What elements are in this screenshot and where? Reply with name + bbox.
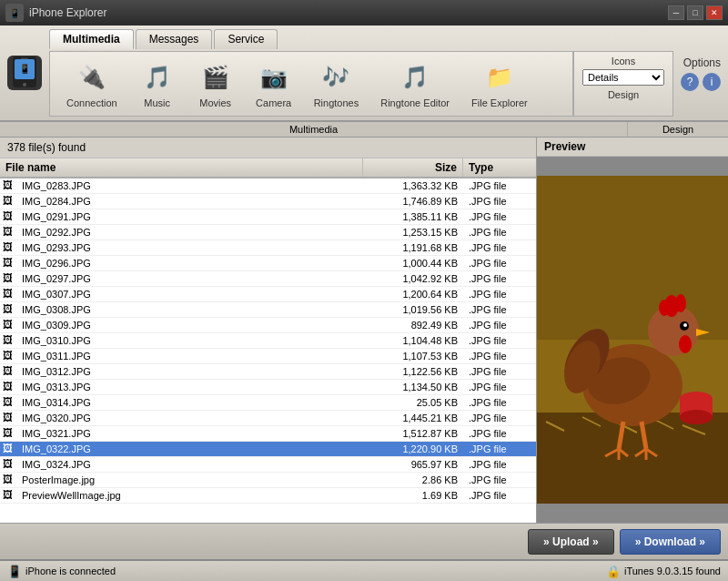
file-name: IMG_0296.JPG: [20, 256, 363, 270]
connection-label: Connection: [66, 97, 117, 108]
titlebar-left: 📱 iPhone Explorer: [5, 4, 106, 22]
table-row[interactable]: 🖼IMG_0284.JPG1,746.89 KB.JPG file: [0, 194, 536, 209]
file-list[interactable]: 🖼IMG_0283.JPG1,363.32 KB.JPG file🖼IMG_02…: [0, 178, 536, 521]
file-type: .JPG file: [463, 442, 536, 456]
movies-label: Movies: [199, 97, 231, 108]
status-bar: 📱 iPhone is connected 🔒 iTunes 9.0.3.15 …: [0, 559, 728, 581]
design-select[interactable]: DetailsIconsList: [582, 69, 664, 86]
file-size: 1,363.32 KB: [363, 178, 463, 193]
nav-item-ringtone_editor[interactable]: 🎵Ringtone Editor: [371, 56, 459, 112]
maximize-button[interactable]: □: [687, 5, 703, 20]
ringtones-icon: 🎶: [318, 59, 354, 96]
table-row[interactable]: 🖼IMG_0291.JPG1,385.11 KB.JPG file: [0, 209, 536, 225]
minimize-button[interactable]: ─: [668, 5, 684, 20]
table-row[interactable]: 🖼IMG_0293.JPG1,191.68 KB.JPG file: [0, 240, 536, 256]
tabs: MultimediaMessagesService: [49, 29, 673, 49]
tab-messages[interactable]: Messages: [136, 29, 213, 49]
table-row[interactable]: 🖼IMG_0283.JPG1,363.32 KB.JPG file: [0, 178, 536, 194]
file-size: 1,512.87 KB: [363, 426, 463, 441]
file-icon: 🖼: [3, 272, 17, 285]
table-row[interactable]: 🖼IMG_0310.JPG1,104.48 KB.JPG file: [0, 333, 536, 349]
preview-chicken-image: [537, 176, 728, 504]
file-icon: 🖼: [3, 179, 17, 192]
table-row[interactable]: 🖼IMG_0309.JPG892.49 KB.JPG file: [0, 318, 536, 333]
table-row[interactable]: 🖼IMG_0296.JPG1,000.44 KB.JPG file: [0, 256, 536, 271]
nav-item-ringtones[interactable]: 🎶Ringtones: [305, 56, 369, 112]
tab-bar: MultimediaMessagesService 🔌Connection🎵Mu…: [49, 29, 673, 117]
nav-item-file_explorer[interactable]: 📁File Explorer: [462, 56, 537, 112]
options-label[interactable]: Options: [683, 56, 721, 69]
file-type: .JPG file: [463, 333, 536, 348]
nav-item-camera[interactable]: 📷Camera: [247, 56, 301, 112]
section-bar: Multimedia Design: [0, 121, 728, 138]
svg-point-17: [683, 323, 687, 327]
file-type: .JPG file: [463, 349, 536, 363]
file-icon: 🖼: [3, 288, 17, 301]
preview-panel: Preview: [537, 138, 728, 523]
file-name: IMG_0314.JPG: [20, 395, 363, 410]
app-icon: 📱: [5, 4, 24, 22]
multimedia-section-label: Multimedia: [0, 122, 628, 137]
nav-item-music[interactable]: 🎵Music: [130, 56, 185, 112]
close-button[interactable]: ✕: [706, 5, 723, 20]
iphone-logo-icon: 📱: [11, 56, 38, 89]
svg-point-20: [659, 300, 670, 316]
status-left: 📱 iPhone is connected: [7, 565, 116, 578]
download-button[interactable]: » Download »: [620, 529, 721, 555]
table-row[interactable]: 🖼IMG_0313.JPG1,134.50 KB.JPG file: [0, 380, 536, 395]
table-row[interactable]: 🖼IMG_0312.JPG1,122.56 KB.JPG file: [0, 364, 536, 380]
file-type: .JPG file: [463, 256, 536, 270]
table-row[interactable]: 🖼IMG_0311.JPG1,107.53 KB.JPG file: [0, 349, 536, 364]
tab-multimedia[interactable]: Multimedia: [49, 29, 134, 49]
file-type: .JPG file: [463, 302, 536, 317]
toolbar: 📱 MultimediaMessagesService 🔌Connection🎵…: [0, 25, 728, 121]
file-size: 1,107.53 KB: [363, 349, 463, 363]
file-icon: 🖼: [3, 257, 17, 270]
preview-header: Preview: [537, 138, 728, 157]
file-table: File name Size Type 🖼IMG_0283.JPG1,363.3…: [0, 158, 536, 523]
info-button[interactable]: i: [703, 73, 721, 91]
nav-item-movies[interactable]: 🎬Movies: [188, 56, 243, 112]
file-name: IMG_0320.JPG: [20, 411, 363, 425]
ringtone_editor-icon: 🎵: [397, 59, 433, 96]
table-row[interactable]: 🖼IMG_0308.JPG1,019.56 KB.JPG file: [0, 302, 536, 318]
table-row[interactable]: 🖼PosterImage.jpg2.86 KB.JPG file: [0, 473, 536, 488]
file-icon: 🖼: [3, 303, 17, 316]
titlebar: 📱 iPhone Explorer ─ □ ✕: [0, 0, 728, 25]
file-name: IMG_0312.JPG: [20, 364, 363, 379]
file-icon: 🖼: [3, 210, 17, 223]
header-type: Type: [463, 158, 536, 177]
file-size: 1,000.44 KB: [363, 256, 463, 270]
ringtone_editor-label: Ringtone Editor: [380, 97, 450, 108]
file-type: .JPG file: [463, 411, 536, 425]
file-icon: 🖼: [3, 458, 17, 471]
file-type: .JPG file: [463, 364, 536, 379]
file-type: .JPG file: [463, 271, 536, 286]
file-icon: 🖼: [3, 319, 17, 331]
table-row[interactable]: 🖼IMG_0320.JPG1,445.21 KB.JPG file: [0, 411, 536, 426]
file-icon: 🖼: [3, 226, 17, 239]
table-row[interactable]: 🖼IMG_0307.JPG1,200.64 KB.JPG file: [0, 287, 536, 302]
nav-item-connection[interactable]: 🔌Connection: [57, 56, 126, 112]
file-size: 1,220.90 KB: [363, 442, 463, 456]
table-row[interactable]: 🖼IMG_0321.JPG1,512.87 KB.JPG file: [0, 426, 536, 442]
table-row[interactable]: 🖼PreviewWellImage.jpg1.69 KB.JPG file: [0, 488, 536, 504]
design-label: Icons: [612, 56, 635, 66]
table-row[interactable]: 🖼IMG_0322.JPG1,220.90 KB.JPG file: [0, 442, 536, 457]
file-type: .JPG file: [463, 225, 536, 240]
tab-service[interactable]: Service: [214, 29, 278, 49]
file-type: .JPG file: [463, 426, 536, 441]
file-icon: 🖼: [3, 365, 17, 378]
table-row[interactable]: 🖼IMG_0297.JPG1,042.92 KB.JPG file: [0, 271, 536, 287]
upload-button[interactable]: » Upload »: [528, 529, 614, 555]
help-button[interactable]: ?: [681, 73, 699, 91]
file-name: IMG_0321.JPG: [20, 426, 363, 441]
table-row[interactable]: 🖼IMG_0292.JPG1,253.15 KB.JPG file: [0, 225, 536, 240]
file-size: 1,104.48 KB: [363, 333, 463, 348]
table-row[interactable]: 🖼IMG_0324.JPG965.97 KB.JPG file: [0, 457, 536, 473]
svg-point-21: [679, 335, 692, 353]
file-name: IMG_0324.JPG: [20, 457, 363, 472]
content-area: 378 file(s) found File name Size Type 🖼I…: [0, 138, 728, 523]
table-row[interactable]: 🖼IMG_0314.JPG25.05 KB.JPG file: [0, 395, 536, 411]
file-size: 1,200.64 KB: [363, 287, 463, 301]
